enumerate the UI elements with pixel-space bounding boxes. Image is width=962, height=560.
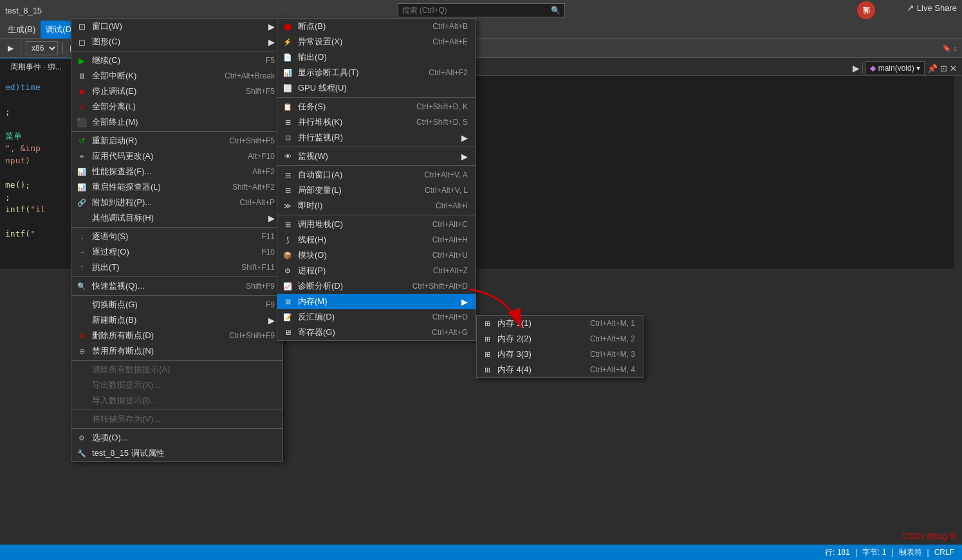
sep3 [71, 227, 282, 228]
debug-menu-window[interactable]: ⊡ 窗口(W) ▶ [71, 19, 282, 34]
debug-menu-other-target[interactable]: 其他调试目标(H) ▶ [71, 210, 282, 226]
memory-submenu: ⊞ 内存 1(1) Ctrl+Alt+M, 1 ⊞ 内存 2(2) Ctrl+A… [476, 315, 643, 378]
debug-menu-continue[interactable]: ▶ 继续(C) F5 [71, 53, 282, 68]
diag-icon: 📊 [282, 68, 293, 78]
task-icon: 📋 [282, 102, 293, 112]
search-box[interactable]: 🔍 [398, 3, 565, 17]
win-menu-module[interactable]: 📦 模块(O) Ctrl+Alt+U [277, 248, 476, 263]
sep-w1 [277, 97, 476, 98]
live-share-label: Live Share [917, 3, 957, 13]
title-bar-left: test_8_15 [5, 6, 42, 15]
search-icon: 🔍 [551, 6, 560, 15]
live-share-icon: ↗ [907, 3, 914, 13]
debug-menu-attach[interactable]: 🔗 附加到进程(P)... Ctrl+Alt+P [71, 195, 282, 210]
status-indent: 制表符 [899, 547, 922, 558]
para-watch-icon: ⊡ [282, 132, 293, 143]
debug-menu-stop[interactable]: ■ 停止调试(E) Shift+F5 [71, 84, 282, 99]
step-over-icon: → [77, 247, 87, 257]
win-menu-immediate[interactable]: ≫ 即时(I) Ctrl+Alt+I [277, 198, 476, 213]
right-panel-nav[interactable]: ▶ [853, 63, 860, 73]
mem-menu-4[interactable]: ⊞ 内存 4(4) Ctrl+Alt+M, 4 [477, 362, 643, 377]
immediate-icon: ≫ [282, 201, 293, 211]
win-menu-diag2[interactable]: 📈 诊断分析(D) Ctrl+Shift+Alt+D [277, 278, 476, 294]
live-share-button[interactable]: ↗ Live Share [907, 3, 957, 13]
debug-menu-terminate-all[interactable]: ⬛ 全部终止(M) [71, 114, 282, 130]
debug-menu-del-bp[interactable]: ⊗ 删除所有断点(D) Ctrl+Shift+F9 [71, 328, 282, 343]
debug-menu-props[interactable]: 🔧 test_8_15 调试属性 [71, 446, 282, 461]
debug-menu-step-into[interactable]: ↓ 逐语句(S) F11 [71, 229, 282, 244]
debug-menu-detach-all[interactable]: ✕ 全部分离(L) [71, 99, 282, 114]
sep5 [71, 295, 282, 296]
apply-code-icon: ≡ [77, 151, 87, 161]
avatar[interactable]: 郭 [857, 1, 875, 19]
win-menu-task[interactable]: 📋 任务(S) Ctrl+Shift+D, K [277, 99, 476, 114]
win-menu-watch[interactable]: 👁 监视(W) ▶ [277, 149, 476, 164]
search-input[interactable] [402, 6, 551, 15]
win-menu-memory[interactable]: ⊞ 内存(M) ▶ [277, 294, 476, 309]
win-menu-register[interactable]: 🖥 寄存器(G) Ctrl+Alt+G [277, 325, 476, 340]
perf2-icon: 📊 [77, 182, 87, 192]
toolbar-separator-1 [21, 42, 21, 54]
right-panel-pin[interactable]: 📌 [927, 64, 938, 73]
win-menu-process[interactable]: ⚙ 进程(P) Ctrl+Alt+Z [277, 263, 476, 278]
status-separator: | [855, 548, 857, 557]
sep7 [71, 410, 282, 410]
toolbar-right: 🔖 ↕ [942, 44, 957, 52]
win-menu-para-stack[interactable]: ⊞ 并行堆栈(K) Ctrl+Shift+D, S [277, 114, 476, 130]
para-stack-icon: ⊞ [282, 117, 293, 127]
debug-menu-step-out[interactable]: ↑ 跳出(T) Shift+F11 [71, 260, 282, 275]
memory-icon: ⊞ [282, 296, 293, 307]
debug-menu-toggle-bp[interactable]: 切换断点(G) F9 [71, 297, 282, 312]
debug-menu-quick-watch[interactable]: 🔍 快速监视(Q)... Shift+F9 [71, 278, 282, 294]
mem-menu-1[interactable]: ⊞ 内存 1(1) Ctrl+Alt+M, 1 [477, 316, 643, 331]
win-menu-local[interactable]: ⊟ 局部变量(L) Ctrl+Alt+V, L [277, 183, 476, 198]
restart-icon: ↺ [77, 136, 87, 146]
win-menu-para-watch[interactable]: ⊡ 并行监视(R) ▶ [277, 130, 476, 145]
win-menu-disasm[interactable]: 📝 反汇编(D) Ctrl+Alt+D [277, 309, 476, 325]
win-menu-bp[interactable]: ⬤ 断点(B) Ctrl+Alt+B [277, 19, 476, 34]
vertical-scrollbar[interactable] [954, 76, 962, 269]
sep1 [71, 51, 282, 51]
mem-menu-2[interactable]: ⊞ 内存 2(2) Ctrl+Alt+M, 2 [477, 331, 643, 347]
win-menu-diag[interactable]: 📊 显示诊断工具(T) Ctrl+Alt+F2 [277, 65, 476, 80]
debug-menu-restart[interactable]: ↺ 重新启动(R) Ctrl+Shift+F5 [71, 133, 282, 149]
win-menu-thread[interactable]: ⟆ 线程(H) Ctrl+Alt+H [277, 232, 476, 248]
win-menu-output[interactable]: 📄 输出(O) [277, 50, 476, 65]
debug-menu-apply-code[interactable]: ≡ 应用代码更改(A) Alt+F10 [71, 149, 282, 164]
watch2-icon: 👁 [282, 151, 293, 161]
right-panel-expand[interactable]: ⊡ [940, 64, 947, 73]
debug-menu-perf2[interactable]: 📊 重启性能探查器(L) Shift+Alt+F2 [71, 179, 282, 195]
function-name: main(void) [878, 64, 914, 73]
attach-icon: 🔗 [77, 197, 87, 208]
sep6 [71, 360, 282, 361]
stop-red-icon: ■ [77, 86, 87, 96]
win-menu-auto[interactable]: ⊟ 自动窗口(A) Ctrl+Alt+V, A [277, 167, 476, 183]
toolbar-separator-2 [62, 42, 63, 54]
win-menu-exception[interactable]: ⚡ 异常设置(X) Ctrl+Alt+E [277, 34, 476, 50]
debug-menu-break-all[interactable]: ⏸ 全部中断(K) Ctrl+Alt+Break [71, 68, 282, 84]
editor-tab-active[interactable]: 周期事件 · 绑... [0, 58, 73, 76]
debug-menu-step-over[interactable]: → 逐过程(O) F10 [71, 244, 282, 260]
win-menu-callstack[interactable]: ⊞ 调用堆栈(C) Ctrl+Alt+C [277, 217, 476, 232]
debug-menu-perf[interactable]: 📊 性能探查器(F)... Alt+F2 [71, 164, 282, 179]
debug-menu-options[interactable]: ⚙ 选项(O)... [71, 430, 282, 446]
right-panel-close[interactable]: ✕ [950, 64, 957, 73]
build-config-select[interactable]: x86 [26, 41, 58, 55]
debug-menu-graphic[interactable]: ◻ 图形(C) ▶ [71, 34, 282, 50]
bp-icon: ⬤ [282, 21, 293, 32]
debug-menu-new-bp[interactable]: 新建断点(B) ▶ [71, 312, 282, 328]
local-icon: ⊟ [282, 185, 293, 195]
menu-shengcheng[interactable]: 生成(B) [3, 21, 41, 39]
quick-watch-icon: 🔍 [77, 281, 87, 291]
mem-menu-3[interactable]: ⊞ 内存 3(3) Ctrl+Alt+M, 3 [477, 347, 643, 362]
pause-icon: ⏸ [77, 71, 87, 81]
right-panel-separator [862, 62, 863, 74]
debug-menu-dis-bp[interactable]: ⊖ 禁用所有断点(N) [71, 343, 282, 359]
status-encoding: CRLF [934, 548, 954, 557]
toolbar-btn-1[interactable]: ▶ [5, 42, 16, 54]
disasm-icon: 📝 [282, 312, 293, 322]
win-menu-gpu[interactable]: ⬜ GPU 线程(U) [277, 80, 476, 96]
function-dropdown[interactable]: ◆ main(void) ▾ [865, 61, 925, 75]
graphic-icon: ◻ [77, 37, 87, 47]
mem2-icon: ⊞ [482, 334, 492, 344]
